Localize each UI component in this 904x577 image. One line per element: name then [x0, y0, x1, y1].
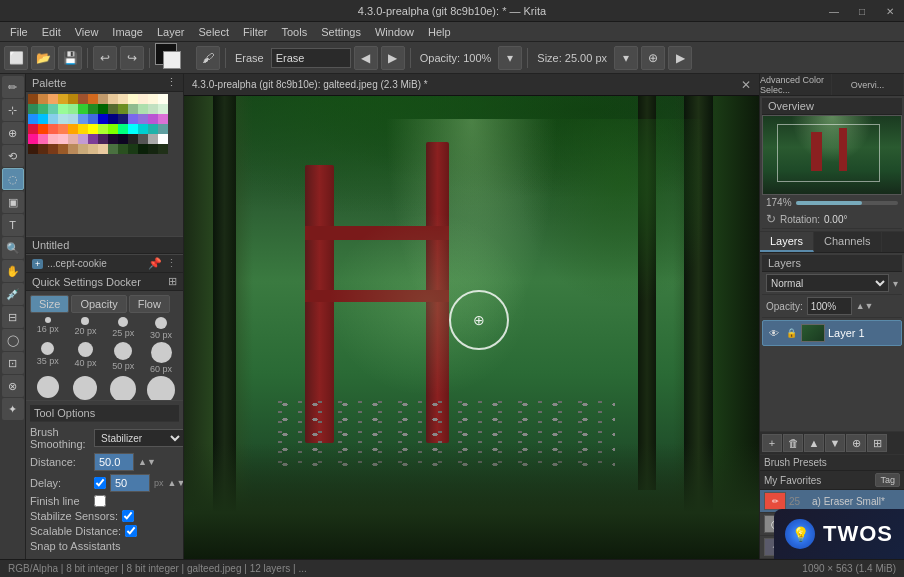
swatch[interactable] — [88, 94, 98, 104]
lasso-tool[interactable]: ⊗ — [2, 375, 24, 397]
pan-tool[interactable]: ✋ — [2, 260, 24, 282]
swatch[interactable] — [108, 124, 118, 134]
brush-size-16[interactable]: 16 px — [30, 317, 66, 340]
eraser-tool[interactable]: ◌ — [2, 168, 24, 190]
layer-lock-icon[interactable]: 🔒 — [784, 326, 798, 340]
flow-button[interactable]: ◀ — [354, 46, 378, 70]
tab-layers[interactable]: Layers — [760, 232, 814, 252]
finish-line-checkbox[interactable] — [94, 495, 106, 507]
history-button[interactable]: ▶ — [381, 46, 405, 70]
menu-image[interactable]: Image — [106, 24, 149, 40]
swatch[interactable] — [128, 124, 138, 134]
tab-advanced-color[interactable]: Advanced Color Selec... — [760, 74, 832, 95]
brush-size-40[interactable]: 40 px — [68, 342, 104, 374]
text-tool[interactable]: T — [2, 214, 24, 236]
swatch[interactable] — [38, 94, 48, 104]
menu-select[interactable]: Select — [192, 24, 235, 40]
swatch[interactable] — [148, 94, 158, 104]
palette-options-icon[interactable]: ⋮ — [166, 76, 177, 89]
swatch[interactable] — [28, 144, 38, 154]
canvas-close-button[interactable]: ✕ — [741, 78, 751, 92]
brush-size-25[interactable]: 25 px — [105, 317, 141, 340]
swatch[interactable] — [118, 124, 128, 134]
swatch[interactable] — [118, 144, 128, 154]
swatch[interactable] — [38, 114, 48, 124]
swatch[interactable] — [58, 104, 68, 114]
swatch[interactable] — [58, 134, 68, 144]
close-button[interactable]: ✕ — [876, 0, 904, 22]
swatch[interactable] — [48, 104, 58, 114]
swatch[interactable] — [108, 114, 118, 124]
swatch[interactable] — [118, 94, 128, 104]
swatch[interactable] — [98, 144, 108, 154]
blend-mode-select[interactable]: Normal Multiply Screen Overlay — [766, 274, 889, 292]
swatch[interactable] — [138, 94, 148, 104]
canvas-viewport[interactable]: ⊕ — [184, 96, 759, 559]
swatch[interactable] — [98, 114, 108, 124]
brush-size-50[interactable]: 50 px — [105, 342, 141, 374]
swatch[interactable] — [148, 104, 158, 114]
swatch[interactable] — [58, 94, 68, 104]
swatch[interactable] — [68, 104, 78, 114]
menu-edit[interactable]: Edit — [36, 24, 67, 40]
swatch[interactable] — [78, 104, 88, 114]
select-tool[interactable]: ⊹ — [2, 99, 24, 121]
tab-overview[interactable]: Overvi... — [832, 74, 904, 95]
open-button[interactable]: 📂 — [31, 46, 55, 70]
quick-settings-options-icon[interactable]: ⊞ — [168, 275, 177, 288]
play-button[interactable]: ▶ — [668, 46, 692, 70]
swatch[interactable] — [38, 124, 48, 134]
opacity-down-button[interactable]: ▾ — [498, 46, 522, 70]
swatch[interactable] — [68, 124, 78, 134]
size-down-button[interactable]: ▾ — [614, 46, 638, 70]
swatch[interactable] — [108, 134, 118, 144]
swatch[interactable] — [78, 94, 88, 104]
eyedropper-tool[interactable]: 💉 — [2, 283, 24, 305]
distance-up-icon[interactable]: ▲▼ — [138, 457, 156, 467]
blend-arrow-icon[interactable]: ▾ — [893, 278, 898, 289]
preset-options-icon[interactable]: ⋮ — [166, 257, 177, 270]
swatch[interactable] — [148, 134, 158, 144]
swatch[interactable] — [28, 114, 38, 124]
layer-visibility-icon[interactable]: 👁 — [767, 326, 781, 340]
background-color[interactable] — [163, 51, 181, 69]
swatch[interactable] — [38, 104, 48, 114]
swatch[interactable] — [118, 104, 128, 114]
brush-smoothing-select[interactable]: Stabilizer Basic No Smoothing — [94, 429, 184, 447]
swatch[interactable] — [128, 144, 138, 154]
opacity-input[interactable] — [807, 297, 852, 315]
swatch[interactable] — [138, 104, 148, 114]
swatch[interactable] — [128, 104, 138, 114]
tab-channels[interactable]: Channels — [814, 232, 881, 252]
swatch[interactable] — [88, 144, 98, 154]
swatch[interactable] — [68, 144, 78, 154]
swatch[interactable] — [68, 114, 78, 124]
zoom-tool[interactable]: 🔍 — [2, 237, 24, 259]
swatch[interactable] — [38, 144, 48, 154]
menu-settings[interactable]: Settings — [315, 24, 367, 40]
swatch[interactable] — [118, 114, 128, 124]
erase-input[interactable] — [271, 48, 351, 68]
stabilize-sensors-checkbox[interactable] — [122, 510, 134, 522]
swatch[interactable] — [58, 124, 68, 134]
brush-tool-button[interactable]: 🖌 — [196, 46, 220, 70]
swatch[interactable] — [158, 144, 168, 154]
swatch[interactable] — [138, 124, 148, 134]
swatch[interactable] — [138, 114, 148, 124]
swatch[interactable] — [48, 134, 58, 144]
swatch[interactable] — [108, 104, 118, 114]
undo-button[interactable]: ↩ — [93, 46, 117, 70]
overview-thumbnail[interactable] — [762, 115, 902, 195]
menu-window[interactable]: Window — [369, 24, 420, 40]
swatch[interactable] — [128, 94, 138, 104]
swatch[interactable] — [98, 94, 108, 104]
swatch[interactable] — [28, 94, 38, 104]
swatch[interactable] — [118, 134, 128, 144]
move-tool[interactable]: ⊕ — [2, 122, 24, 144]
swatch[interactable] — [108, 94, 118, 104]
swatch[interactable] — [148, 114, 158, 124]
duplicate-layer-button[interactable]: ⊕ — [846, 434, 866, 452]
redo-button[interactable]: ↪ — [120, 46, 144, 70]
swatch[interactable] — [158, 114, 168, 124]
swatch[interactable] — [148, 144, 158, 154]
